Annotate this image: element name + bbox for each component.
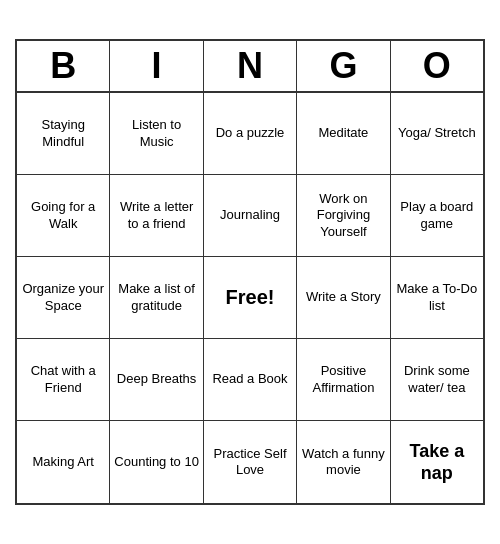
- cell-text: Take a nap: [394, 425, 480, 499]
- bingo-row: Going for a WalkWrite a letter to a frie…: [17, 175, 483, 257]
- cell-text: Journaling: [207, 179, 293, 252]
- header-letter: I: [110, 41, 203, 93]
- bingo-cell: Staying Mindful: [17, 93, 110, 175]
- cell-text: Staying Mindful: [20, 97, 106, 170]
- bingo-cell: Chat with a Friend: [17, 339, 110, 421]
- cell-text: Write a letter to a friend: [113, 179, 199, 252]
- bingo-row: Chat with a FriendDeep BreathsRead a Boo…: [17, 339, 483, 421]
- bingo-cell: Drink some water/ tea: [391, 339, 483, 421]
- bingo-grid: Staying MindfulListen to MusicDo a puzzl…: [17, 93, 483, 503]
- bingo-cell: Going for a Walk: [17, 175, 110, 257]
- cell-text: Read a Book: [207, 343, 293, 416]
- bingo-cell: Organize your Space: [17, 257, 110, 339]
- cell-text: Make a To-Do list: [394, 261, 480, 334]
- bingo-card: BINGO Staying MindfulListen to MusicDo a…: [15, 39, 485, 505]
- bingo-cell: Positive Affirmation: [297, 339, 390, 421]
- cell-text: Positive Affirmation: [300, 343, 386, 416]
- bingo-cell: Read a Book: [204, 339, 297, 421]
- cell-text: Drink some water/ tea: [394, 343, 480, 416]
- bingo-cell: Do a puzzle: [204, 93, 297, 175]
- bingo-cell: Write a Story: [297, 257, 390, 339]
- bingo-cell: Journaling: [204, 175, 297, 257]
- bingo-cell: Play a board game: [391, 175, 483, 257]
- header-letter: B: [17, 41, 110, 93]
- bingo-cell: Make a list of gratitude: [110, 257, 203, 339]
- header-letter: N: [204, 41, 297, 93]
- cell-text: Organize your Space: [20, 261, 106, 334]
- cell-text: Chat with a Friend: [20, 343, 106, 416]
- cell-text: Making Art: [20, 425, 106, 499]
- bingo-row: Making ArtCounting to 10Practice Self Lo…: [17, 421, 483, 503]
- bingo-cell: Yoga/ Stretch: [391, 93, 483, 175]
- bingo-cell: Practice Self Love: [204, 421, 297, 503]
- bingo-cell: Making Art: [17, 421, 110, 503]
- bingo-row: Organize your SpaceMake a list of gratit…: [17, 257, 483, 339]
- cell-text: Watch a funny movie: [300, 425, 386, 499]
- bingo-cell: Make a To-Do list: [391, 257, 483, 339]
- bingo-cell: Write a letter to a friend: [110, 175, 203, 257]
- cell-text: Meditate: [300, 97, 386, 170]
- cell-text: Play a board game: [394, 179, 480, 252]
- bingo-cell: Work on Forgiving Yourself: [297, 175, 390, 257]
- cell-text: Yoga/ Stretch: [394, 97, 480, 170]
- cell-text: Work on Forgiving Yourself: [300, 179, 386, 252]
- header-letter: G: [297, 41, 390, 93]
- bingo-cell: Meditate: [297, 93, 390, 175]
- bingo-cell: Free!: [204, 257, 297, 339]
- cell-text: Free!: [207, 261, 293, 334]
- bingo-cell: Counting to 10: [110, 421, 203, 503]
- header-letter: O: [391, 41, 483, 93]
- cell-text: Going for a Walk: [20, 179, 106, 252]
- bingo-cell: Take a nap: [391, 421, 483, 503]
- cell-text: Counting to 10: [113, 425, 199, 499]
- bingo-row: Staying MindfulListen to MusicDo a puzzl…: [17, 93, 483, 175]
- cell-text: Write a Story: [300, 261, 386, 334]
- cell-text: Practice Self Love: [207, 425, 293, 499]
- bingo-header: BINGO: [17, 41, 483, 93]
- cell-text: Listen to Music: [113, 97, 199, 170]
- cell-text: Make a list of gratitude: [113, 261, 199, 334]
- bingo-cell: Deep Breaths: [110, 339, 203, 421]
- bingo-cell: Watch a funny movie: [297, 421, 390, 503]
- cell-text: Do a puzzle: [207, 97, 293, 170]
- bingo-cell: Listen to Music: [110, 93, 203, 175]
- cell-text: Deep Breaths: [113, 343, 199, 416]
